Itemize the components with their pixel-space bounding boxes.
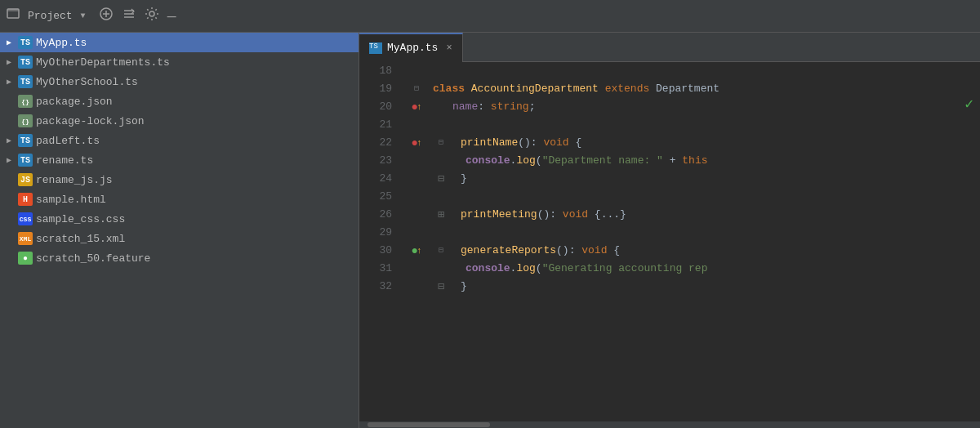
code-line-32: ⊟ } bbox=[400, 278, 980, 296]
sidebar-item-samplehtml[interactable]: H sample.html bbox=[0, 189, 359, 209]
line-text-31: console.log("Generating accounting rep bbox=[433, 260, 980, 278]
filename-padleft: padLeft.ts bbox=[36, 135, 100, 147]
fn-generatereports: generateReports bbox=[461, 244, 556, 256]
builtin-console-23: console bbox=[466, 154, 510, 167]
filename-myapp: MyApp.ts bbox=[36, 37, 87, 49]
project-dropdown-icon[interactable]: ▼ bbox=[81, 11, 86, 20]
type-void-30: void bbox=[581, 244, 613, 256]
toolbar-icons: — bbox=[99, 7, 176, 25]
minimize-icon[interactable]: — bbox=[167, 9, 176, 24]
gutter-22: ● ↑ bbox=[400, 134, 433, 152]
code-lines: class AccountingDepartment extends Depar… bbox=[400, 62, 980, 421]
icon-myotherschool: TS bbox=[18, 75, 33, 88]
scrollbar-thumb[interactable] bbox=[368, 422, 490, 427]
gutter-19 bbox=[400, 80, 433, 98]
code-line-18 bbox=[400, 62, 980, 80]
fn-printname: printName bbox=[461, 136, 518, 149]
method-log-23: log bbox=[516, 154, 535, 167]
icon-packagejson: {} bbox=[18, 95, 33, 108]
sidebar-item-myotherdepts[interactable]: ▶ TS MyOtherDepartments.ts bbox=[0, 52, 359, 72]
code-editor[interactable]: ✓ 18 19 20 21 22 23 24 25 26 29 30 31 32 bbox=[359, 62, 980, 421]
file-tree: ▶ TS MyApp.ts ▶ TS MyOtherDepartments.ts… bbox=[0, 33, 359, 428]
tab-icon-myapp: TS bbox=[369, 42, 382, 54]
sidebar-item-samplecss[interactable]: CSS sample_css.css bbox=[0, 209, 359, 229]
filename-renamejs: rename_js.js bbox=[36, 174, 113, 186]
sidebar-item-packagejson[interactable]: {} package.json bbox=[0, 91, 359, 111]
editor-area: TS MyApp.ts × ✓ 18 19 20 21 22 23 24 25 … bbox=[359, 33, 980, 428]
fold-close-icon-32[interactable]: ⊟ bbox=[438, 278, 444, 296]
line-text-20: name: string; bbox=[433, 98, 980, 116]
arrow-myotherdepts: ▶ bbox=[7, 57, 18, 67]
fold-icon-19[interactable] bbox=[414, 80, 419, 98]
fold-gutter-32: ⊟ bbox=[433, 278, 449, 296]
tab-close-button[interactable]: × bbox=[446, 42, 452, 54]
fold-icon-22[interactable] bbox=[439, 134, 443, 152]
line-text-30: generateReports(): void { bbox=[449, 242, 980, 260]
sidebar-item-scratch15[interactable]: XML scratch_15.xml bbox=[0, 229, 359, 248]
line-text-24: } bbox=[449, 170, 980, 188]
code-line-29 bbox=[400, 224, 980, 242]
line-text-23: console.log("Department name: " + this bbox=[433, 152, 980, 170]
toolbar: Project ▼ — bbox=[0, 0, 980, 33]
filename-packagelockjson: package-lock.json bbox=[36, 115, 145, 127]
project-label[interactable]: Project bbox=[28, 10, 73, 22]
filename-scratch15: scratch_15.xml bbox=[36, 233, 125, 245]
horizontal-scrollbar[interactable] bbox=[359, 421, 980, 428]
line-text-19: class AccountingDepartment extends Depar… bbox=[433, 80, 980, 98]
warning-icon-20: ↑ bbox=[416, 98, 422, 116]
filename-rename: rename.ts bbox=[36, 154, 93, 167]
type-void-22: void bbox=[543, 136, 575, 149]
icon-samplecss: CSS bbox=[18, 212, 33, 225]
keyword-this-23: this bbox=[682, 154, 707, 167]
icon-myotherdepts: TS bbox=[18, 56, 33, 69]
string-deptname-23: "Department name: " bbox=[542, 154, 663, 167]
fold-close-icon-24[interactable]: ⊟ bbox=[438, 170, 444, 188]
type-string: string bbox=[491, 100, 529, 113]
sidebar-item-packagelockjson[interactable]: {} package-lock.json bbox=[0, 111, 359, 131]
svg-point-8 bbox=[149, 11, 154, 16]
icon-samplehtml: H bbox=[18, 193, 33, 206]
code-line-19: class AccountingDepartment extends Depar… bbox=[400, 80, 980, 98]
icon-packagelockjson: {} bbox=[18, 114, 33, 127]
validation-checkmark: ✓ bbox=[964, 95, 973, 113]
arrow-padleft: ▶ bbox=[7, 136, 18, 145]
method-log-31: log bbox=[516, 262, 535, 274]
icon-rename: TS bbox=[18, 154, 33, 167]
collapse-all-icon[interactable] bbox=[122, 7, 136, 25]
svg-rect-1 bbox=[7, 9, 19, 11]
warning-icon-30: ↑ bbox=[416, 242, 422, 260]
sidebar-item-renamejs[interactable]: JS rename_js.js bbox=[0, 170, 359, 189]
filename-samplecss: sample_css.css bbox=[36, 213, 125, 225]
fold-icon-30[interactable] bbox=[439, 242, 443, 260]
fold-closed-icon-26[interactable]: ⊞ bbox=[438, 206, 444, 224]
sidebar-item-scratch50[interactable]: ● scratch_50.feature bbox=[0, 248, 359, 268]
code-line-25 bbox=[400, 188, 980, 206]
add-scope-icon[interactable] bbox=[99, 7, 114, 25]
fold-gutter-24: ⊟ bbox=[433, 170, 449, 188]
warning-icon-22: ↑ bbox=[416, 134, 422, 152]
code-line-24: ⊟ } bbox=[400, 170, 980, 188]
code-line-26: ⊞ printMeeting(): void {...} bbox=[400, 206, 980, 224]
tab-myapp[interactable]: TS MyApp.ts × bbox=[359, 33, 463, 62]
settings-icon[interactable] bbox=[145, 7, 159, 25]
filename-scratch50: scratch_50.feature bbox=[36, 252, 150, 265]
keyword-extends: extends bbox=[605, 82, 656, 95]
sidebar-item-myapp[interactable]: ▶ TS MyApp.ts bbox=[0, 33, 359, 52]
gutter-20: ● ↑ bbox=[400, 98, 433, 116]
line-text-32: } bbox=[449, 278, 980, 296]
line-text-26: printMeeting(): void {...} bbox=[449, 206, 980, 224]
filename-packagejson: package.json bbox=[36, 96, 113, 108]
line-numbers: 18 19 20 21 22 23 24 25 26 29 30 31 32 bbox=[359, 62, 400, 421]
filename-myotherschool: MyOtherSchool.ts bbox=[36, 76, 138, 88]
arrow-myotherschool: ▶ bbox=[7, 77, 18, 87]
icon-renamejs: JS bbox=[18, 173, 33, 186]
type-void-26: void bbox=[563, 208, 595, 221]
sidebar-item-padleft[interactable]: ▶ TS padLeft.ts bbox=[0, 131, 359, 150]
prop-name: name bbox=[452, 100, 478, 113]
code-line-23: console.log("Department name: " + this bbox=[400, 152, 980, 170]
sidebar-item-myotherschool[interactable]: ▶ TS MyOtherSchool.ts bbox=[0, 72, 359, 91]
code-line-31: console.log("Generating accounting rep bbox=[400, 260, 980, 278]
gutter-30: ● ↑ bbox=[400, 242, 433, 260]
sidebar-item-rename[interactable]: ▶ TS rename.ts bbox=[0, 150, 359, 170]
filename-myotherdepts: MyOtherDepartments.ts bbox=[36, 56, 170, 69]
